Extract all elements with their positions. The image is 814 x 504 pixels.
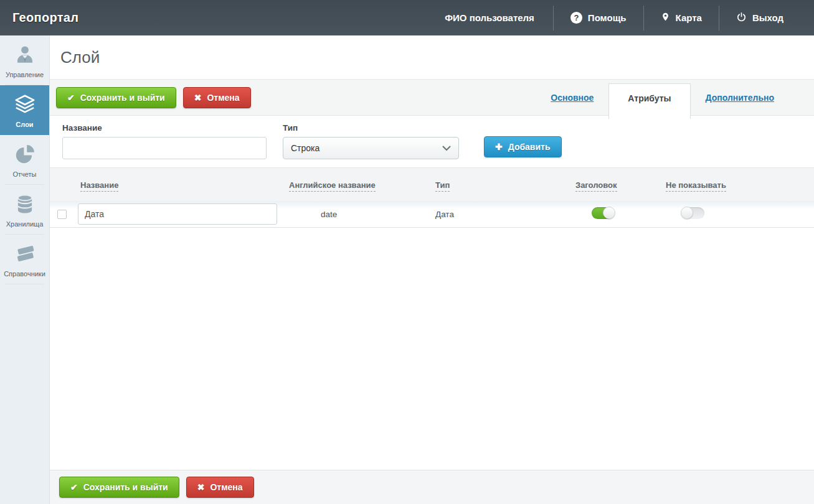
sidebar-item-layers[interactable]: Слои <box>0 85 49 135</box>
sidebar-item-storages[interactable]: Хранилища <box>0 185 49 235</box>
row-name-input[interactable] <box>78 203 277 225</box>
plus-icon: ✚ <box>495 142 503 152</box>
sidebar: Управление Слои <box>0 35 50 504</box>
map-label: Карта <box>676 12 702 23</box>
page-header: Слой <box>50 35 814 80</box>
cancel-button-top[interactable]: ✖ Отмена <box>183 87 251 108</box>
toggle-knob <box>603 207 615 219</box>
tab-main[interactable]: Основное <box>536 93 608 103</box>
page-title: Слой <box>60 48 100 67</box>
main-content: Слой ✔ Сохранить и выйти ✖ Отмена Основн… <box>50 35 814 504</box>
check-icon: ✔ <box>67 93 75 103</box>
logout-label: Выход <box>752 12 783 23</box>
help-menu-item[interactable]: ? Помощь <box>553 6 643 30</box>
help-icon: ? <box>570 12 582 24</box>
layers-icon <box>2 93 47 116</box>
sidebar-item-management[interactable]: Управление <box>0 35 49 85</box>
sidebar-item-label: Слои <box>2 121 47 128</box>
toolbar: ✔ Сохранить и выйти ✖ Отмена Основное Ат… <box>50 80 814 116</box>
type-field-group: Тип Строка <box>283 123 459 159</box>
footer-toolbar: ✔ Сохранить и выйти ✖ Отмена <box>50 470 814 504</box>
sidebar-item-dictionaries[interactable]: Справочники <box>0 235 49 284</box>
column-header-type[interactable]: Тип <box>433 179 573 190</box>
tab-bar: Основное Атрибуты Дополнительно <box>536 80 814 116</box>
tab-attributes[interactable]: Атрибуты <box>608 83 690 119</box>
name-field-label: Название <box>62 123 267 133</box>
app-window: Геопортал ФИО пользователя ? Помощь Карт… <box>0 0 814 504</box>
save-exit-button-top[interactable]: ✔ Сохранить и выйти <box>56 87 176 108</box>
tab-additional[interactable]: Дополнительно <box>691 93 789 103</box>
sidebar-item-reports[interactable]: Отчеты <box>0 135 49 185</box>
power-icon <box>736 12 747 24</box>
topbar-menu: ФИО пользователя ? Помощь Карта Выход <box>428 0 800 35</box>
user-icon <box>2 43 47 67</box>
attribute-form: Название Тип Строка ✚ Добавить <box>50 116 814 168</box>
column-header-name[interactable]: Название <box>78 179 286 190</box>
save-exit-button-bottom[interactable]: ✔ Сохранить и выйти <box>59 477 179 498</box>
help-label: Помощь <box>588 12 627 23</box>
sidebar-item-label: Управление <box>2 71 47 78</box>
cancel-button-bottom[interactable]: ✖ Отмена <box>186 477 254 498</box>
type-field-label: Тип <box>283 123 459 133</box>
logout-menu-item[interactable]: Выход <box>719 6 800 30</box>
row-checkbox[interactable] <box>57 210 67 219</box>
close-icon: ✖ <box>197 482 205 492</box>
topbar: Геопортал ФИО пользователя ? Помощь Карт… <box>0 0 814 35</box>
column-header-english-name[interactable]: Английское название <box>286 179 433 190</box>
close-icon: ✖ <box>194 93 202 103</box>
database-icon <box>2 192 47 216</box>
check-icon: ✔ <box>70 482 78 492</box>
books-icon <box>2 242 47 266</box>
map-menu-item[interactable]: Карта <box>643 6 719 30</box>
header-toggle[interactable] <box>592 207 614 219</box>
app-logo: Геопортал <box>12 11 78 25</box>
name-field-group: Название <box>62 123 267 159</box>
column-header-title[interactable]: Заголовок <box>573 179 663 190</box>
chevron-down-icon <box>442 143 451 153</box>
content-empty-area <box>50 228 814 470</box>
toggle-knob <box>681 207 693 219</box>
row-english-name: date <box>286 210 337 219</box>
table-row: date Дата <box>50 201 814 228</box>
sidebar-item-label: Хранилища <box>2 220 47 228</box>
sidebar-item-label: Справочники <box>2 270 47 278</box>
name-input[interactable] <box>62 137 267 159</box>
pie-chart-icon <box>2 142 47 166</box>
add-attribute-button[interactable]: ✚ Добавить <box>484 136 562 157</box>
user-name[interactable]: ФИО пользователя <box>428 6 553 30</box>
type-select-value: Строка <box>291 143 319 153</box>
row-type: Дата <box>433 210 454 219</box>
type-select[interactable]: Строка <box>283 137 459 159</box>
attributes-table-header: Название Английское название Тип Заголов… <box>50 168 814 201</box>
hide-toggle[interactable] <box>682 207 704 219</box>
column-header-hide[interactable]: Не показывать <box>663 179 814 190</box>
map-pin-icon <box>661 11 670 24</box>
sidebar-item-label: Отчеты <box>2 170 47 178</box>
